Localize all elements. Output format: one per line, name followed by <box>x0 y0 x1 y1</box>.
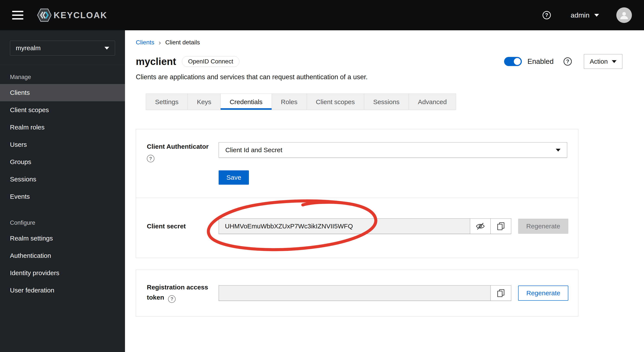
masthead-controls: ? admin <box>542 7 632 23</box>
avatar[interactable] <box>616 7 632 23</box>
sidebar-item-groups[interactable]: Groups <box>0 153 125 171</box>
question-glyph: ? <box>149 156 152 162</box>
client-authenticator-label-col: Client Authenticator ? <box>147 142 219 185</box>
page-title: myclient <box>136 56 176 67</box>
realm-selector[interactable]: myrealm <box>10 41 115 56</box>
client-authenticator-field: Client Id and Secret Save <box>219 142 567 185</box>
nav-toggle-button[interactable] <box>10 9 25 21</box>
tab-advanced[interactable]: Advanced <box>409 94 456 110</box>
protocol-badge: OpenID Connect <box>182 56 240 67</box>
nav-section-configure: Configure Realm settings Authentication … <box>0 205 125 299</box>
client-authenticator-label: Client Authenticator <box>147 143 209 150</box>
regenerate-token-button[interactable]: Regenerate <box>518 285 568 301</box>
registration-token-field: Regenerate <box>219 283 568 303</box>
registration-token-section: Registration access token ? <box>136 270 578 316</box>
header-controls: Enabled ? Action <box>504 54 622 69</box>
client-secret-input[interactable] <box>219 218 470 234</box>
sidebar-item-user-federation[interactable]: User federation <box>0 282 125 299</box>
tab-settings[interactable]: Settings <box>146 94 188 110</box>
registration-token-input-group <box>219 285 511 301</box>
sidebar-item-client-scopes[interactable]: Client scopes <box>0 101 125 119</box>
tab-bar: Settings Keys Credentials Roles Client s… <box>146 94 622 110</box>
nav-section-manage-label: Manage <box>0 65 125 84</box>
keycloak-logo: KEYCLOAK <box>37 8 107 22</box>
tab-roles[interactable]: Roles <box>272 94 307 110</box>
user-name: admin <box>571 11 590 19</box>
registration-token-help-icon[interactable]: ? <box>168 295 176 303</box>
help-icon[interactable]: ? <box>542 11 551 19</box>
sidebar-item-users[interactable]: Users <box>0 136 125 153</box>
copy-icon <box>496 288 506 298</box>
keycloak-logo-icon <box>37 8 52 22</box>
show-secret-button[interactable] <box>470 218 491 234</box>
sidebar-item-realm-roles[interactable]: Realm roles <box>0 119 125 136</box>
action-label: Action <box>590 58 608 65</box>
client-authenticator-select[interactable]: Client Id and Secret <box>219 142 567 158</box>
client-secret-label: Client secret <box>147 222 186 231</box>
enabled-label: Enabled <box>528 57 554 66</box>
client-secret-input-group <box>219 218 511 234</box>
chevron-right-icon: › <box>159 39 161 46</box>
toggle-knob <box>514 58 521 65</box>
sidebar: myrealm Manage Clients Client scopes Rea… <box>0 30 125 352</box>
chevron-down-icon <box>594 14 599 17</box>
sidebar-item-realm-settings[interactable]: Realm settings <box>0 230 125 247</box>
tab-keys[interactable]: Keys <box>188 94 220 110</box>
enabled-help-icon[interactable]: ? <box>564 57 572 66</box>
realm-selector-wrap: myrealm <box>0 30 125 65</box>
copy-secret-button[interactable] <box>491 218 511 234</box>
nav-section-manage: Manage Clients Client scopes Realm roles… <box>0 65 125 205</box>
credentials-card: Client Authenticator ? Client Id and Sec… <box>136 129 578 258</box>
client-authenticator-help-icon[interactable]: ? <box>147 155 154 162</box>
sidebar-item-clients[interactable]: Clients <box>0 84 125 101</box>
question-glyph: ? <box>545 12 548 18</box>
user-menu[interactable]: admin <box>571 11 599 19</box>
user-avatar-icon <box>619 10 630 21</box>
chevron-down-icon <box>104 47 109 50</box>
masthead: KEYCLOAK ? admin <box>0 0 644 30</box>
sidebar-item-authentication[interactable]: Authentication <box>0 247 125 264</box>
breadcrumb-current: Client details <box>165 39 200 46</box>
client-authenticator-value: Client Id and Secret <box>225 146 282 154</box>
registration-token-label-col: Registration access token ? <box>147 283 219 303</box>
breadcrumb-clients-link[interactable]: Clients <box>136 39 154 46</box>
client-secret-section: Client secret <box>136 198 578 258</box>
registration-token-label: Registration access token <box>147 284 208 301</box>
chevron-down-icon <box>612 60 616 63</box>
eye-slash-icon <box>476 221 485 231</box>
client-secret-label-col: Client secret <box>147 218 219 234</box>
question-glyph: ? <box>170 294 173 304</box>
tab-sessions[interactable]: Sessions <box>364 94 409 110</box>
chevron-down-icon <box>556 149 560 152</box>
page-header: myclient OpenID Connect Enabled ? Action <box>136 54 622 69</box>
sidebar-item-events[interactable]: Events <box>0 188 125 205</box>
nav-section-configure-label: Configure <box>0 205 125 230</box>
enabled-toggle[interactable] <box>504 57 522 66</box>
copy-icon <box>496 222 506 231</box>
page-description: Clients are applications and services th… <box>136 73 622 81</box>
sidebar-item-identity-providers[interactable]: Identity providers <box>0 264 125 282</box>
regenerate-secret-button[interactable]: Regenerate <box>518 219 568 234</box>
sidebar-item-sessions[interactable]: Sessions <box>0 171 125 188</box>
registration-token-card: Registration access token ? <box>136 270 578 316</box>
registration-token-input[interactable] <box>219 285 491 301</box>
brand-text: KEYCLOAK <box>54 11 107 20</box>
client-authenticator-section: Client Authenticator ? Client Id and Sec… <box>136 129 578 198</box>
tab-client-scopes[interactable]: Client scopes <box>307 94 364 110</box>
tab-credentials[interactable]: Credentials <box>220 94 272 110</box>
copy-token-button[interactable] <box>491 285 511 301</box>
breadcrumb: Clients › Client details <box>136 39 622 46</box>
question-glyph: ? <box>566 59 570 65</box>
save-button[interactable]: Save <box>219 170 249 185</box>
realm-name: myrealm <box>16 44 41 52</box>
client-secret-field: Regenerate <box>219 218 568 234</box>
main-content: Clients › Client details myclient OpenID… <box>125 30 644 352</box>
action-dropdown[interactable]: Action <box>584 54 622 69</box>
